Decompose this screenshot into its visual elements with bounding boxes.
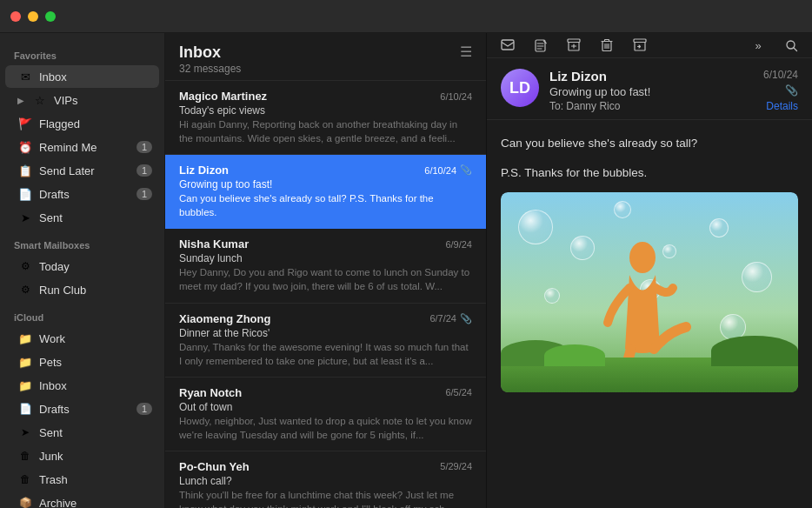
detail-body-line2: P.S. Thanks for the bubbles. bbox=[501, 164, 798, 183]
flag-icon: 🚩 bbox=[17, 116, 33, 131]
junk-toolbar-icon[interactable] bbox=[629, 38, 650, 52]
message-date: 6/9/24 bbox=[445, 239, 472, 250]
sidebar-item-icloud-drafts-label: Drafts bbox=[39, 403, 130, 416]
message-list: Inbox 32 messages ☰ Magico Martinez 6/10… bbox=[165, 33, 487, 508]
message-sender: Nisha Kumar bbox=[179, 237, 249, 251]
message-preview: Can you believe she's already so tall? P… bbox=[179, 191, 472, 219]
message-preview: Howdy, neighbor, Just wanted to drop a q… bbox=[179, 414, 472, 442]
sidebar-item-sent[interactable]: ➤ Sent bbox=[5, 206, 159, 229]
title-bar bbox=[0, 0, 812, 33]
sidebar-item-icloud-drafts[interactable]: 📄 Drafts 1 bbox=[5, 398, 159, 420]
icloud-drafts-badge: 1 bbox=[136, 403, 152, 415]
attachment-icon: 📎 bbox=[460, 164, 472, 176]
sidebar-item-flagged-label: Flagged bbox=[39, 117, 152, 130]
trash-icon: 🗑 bbox=[17, 471, 33, 487]
message-date: 5/29/24 bbox=[440, 461, 472, 471]
message-list-subtitle: 32 messages bbox=[179, 63, 241, 75]
sidebar-item-today[interactable]: ⚙ Today bbox=[5, 255, 159, 277]
message-subject: Today's epic views bbox=[179, 104, 472, 117]
sidebar-item-send-later[interactable]: 📋 Send Later 1 bbox=[5, 159, 159, 182]
detail-from: Liz Dizon bbox=[549, 69, 753, 84]
sidebar-item-inbox[interactable]: ✉ Inbox bbox=[5, 65, 159, 88]
svg-rect-0 bbox=[502, 40, 514, 50]
svg-point-8 bbox=[629, 242, 656, 273]
detail-header-info: Liz Dizon Growing up too fast! To: Danny… bbox=[549, 69, 753, 112]
to-label: To: bbox=[549, 100, 563, 112]
icloud-section-header: iCloud bbox=[0, 302, 164, 326]
maximize-button[interactable] bbox=[45, 11, 56, 22]
sidebar: Favorites ✉ Inbox ▶ ☆ VIPs 🚩 Flagged ⏰ R… bbox=[0, 33, 165, 508]
message-subject: Growing up too fast! bbox=[179, 178, 472, 190]
message-date: 6/10/24 bbox=[440, 91, 472, 102]
archive-icon: 📦 bbox=[17, 495, 33, 508]
sidebar-item-icloud-sent-label: Sent bbox=[39, 426, 152, 439]
today-icon: ⚙ bbox=[17, 258, 33, 274]
sent-icon: ➤ bbox=[17, 210, 33, 225]
detail-body-line1: Can you believe she's already so tall? bbox=[501, 134, 798, 153]
message-item[interactable]: Nisha Kumar 6/9/24 Sunday lunch Hey Dann… bbox=[165, 229, 486, 303]
sidebar-item-trash[interactable]: 🗑 Trash bbox=[5, 468, 159, 491]
message-sender: Xiaomeng Zhong bbox=[179, 312, 270, 325]
close-button[interactable] bbox=[10, 11, 21, 22]
detail-date: 6/10/24 bbox=[763, 69, 798, 81]
sidebar-item-run-club-label: Run Club bbox=[39, 284, 152, 297]
message-sender: Liz Dizon bbox=[179, 164, 229, 177]
sidebar-item-work[interactable]: 📁 Work bbox=[5, 327, 159, 350]
message-item[interactable]: Liz Dizon 6/10/24 📎 Growing up too fast!… bbox=[165, 155, 486, 229]
sidebar-item-today-label: Today bbox=[39, 260, 152, 273]
search-toolbar-icon[interactable] bbox=[781, 39, 802, 52]
message-preview: Hey Danny, Do you and Rigo want to come … bbox=[179, 265, 472, 293]
remind-icon: ⏰ bbox=[17, 139, 33, 155]
sidebar-item-icloud-sent[interactable]: ➤ Sent bbox=[5, 421, 159, 444]
message-sender: Magico Martinez bbox=[179, 90, 267, 103]
compose-icon[interactable] bbox=[530, 39, 551, 52]
message-list-title: Inbox bbox=[179, 43, 241, 62]
message-item[interactable]: Po-Chun Yeh 5/29/24 Lunch call? Think yo… bbox=[165, 451, 486, 508]
message-preview: Hi again Danny, Reporting back on anothe… bbox=[179, 117, 472, 145]
new-message-icon[interactable] bbox=[497, 38, 518, 52]
attachment-icon: 📎 bbox=[460, 313, 472, 324]
sidebar-item-vips[interactable]: ▶ ☆ VIPs bbox=[5, 89, 159, 111]
archive-toolbar-icon[interactable] bbox=[563, 38, 584, 52]
delete-toolbar-icon[interactable] bbox=[596, 38, 617, 52]
message-list-header: Inbox 32 messages ☰ bbox=[165, 33, 486, 81]
message-sender: Ryan Notch bbox=[179, 386, 242, 399]
message-subject: Sunday lunch bbox=[179, 252, 472, 264]
sidebar-item-drafts[interactable]: 📄 Drafts 1 bbox=[5, 183, 159, 205]
sidebar-item-pets[interactable]: 📁 Pets bbox=[5, 351, 159, 373]
message-preview: Danny, Thanks for the awesome evening! I… bbox=[179, 340, 472, 368]
sidebar-item-remind-label: Remind Me bbox=[39, 141, 130, 154]
sidebar-item-remind-me[interactable]: ⏰ Remind Me 1 bbox=[5, 136, 159, 158]
sidebar-item-flagged[interactable]: 🚩 Flagged bbox=[5, 112, 159, 135]
smart-mailboxes-section-header: Smart Mailboxes bbox=[0, 230, 164, 254]
sidebar-item-junk[interactable]: 🗑 Junk bbox=[5, 444, 159, 467]
run-club-icon: ⚙ bbox=[17, 282, 33, 297]
sidebar-item-icloud-inbox[interactable]: 📁 Inbox bbox=[5, 374, 159, 397]
detail-header: LD Liz Dizon Growing up too fast! To: Da… bbox=[487, 58, 812, 120]
message-subject: Dinner at the Ricos' bbox=[179, 327, 472, 339]
icloud-drafts-icon: 📄 bbox=[17, 401, 33, 417]
sidebar-item-run-club[interactable]: ⚙ Run Club bbox=[5, 278, 159, 301]
work-folder-icon: 📁 bbox=[17, 331, 33, 346]
message-item[interactable]: Magico Martinez 6/10/24 Today's epic vie… bbox=[165, 81, 486, 155]
sidebar-item-trash-label: Trash bbox=[39, 473, 152, 486]
detail-panel: » LD Liz Dizon Growing up too fast! To: … bbox=[487, 33, 812, 508]
more-toolbar-icon[interactable]: » bbox=[748, 39, 769, 52]
sidebar-item-pets-label: Pets bbox=[39, 356, 152, 369]
message-item[interactable]: Ryan Notch 6/5/24 Out of town Howdy, nei… bbox=[165, 378, 486, 451]
minimize-button[interactable] bbox=[28, 11, 38, 22]
message-date: 6/10/24 bbox=[424, 165, 456, 176]
message-item[interactable]: Xiaomeng Zhong 6/7/24 📎 Dinner at the Ri… bbox=[165, 304, 486, 378]
icloud-sent-icon: ➤ bbox=[17, 424, 33, 440]
filter-icon[interactable]: ☰ bbox=[460, 43, 472, 60]
details-link[interactable]: Details bbox=[766, 100, 798, 112]
inbox-icon: ✉ bbox=[17, 69, 33, 84]
junk-icon: 🗑 bbox=[17, 448, 33, 464]
favorites-section-header: Favorites bbox=[0, 40, 164, 64]
sidebar-item-archive[interactable]: 📦 Archive bbox=[5, 491, 159, 508]
avatar: LD bbox=[501, 69, 539, 107]
star-icon: ☆ bbox=[32, 92, 48, 108]
sidebar-item-icloud-inbox-label: Inbox bbox=[39, 379, 152, 392]
message-sender: Po-Chun Yeh bbox=[179, 460, 250, 473]
sidebar-item-work-label: Work bbox=[39, 332, 152, 345]
